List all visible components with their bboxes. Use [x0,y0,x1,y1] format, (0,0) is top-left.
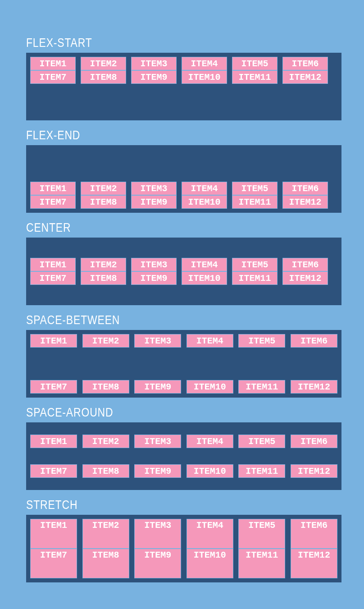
flex-item: ITEM7 [30,380,77,394]
flex-item: ITEM8 [82,549,129,578]
flex-item: ITEM4 [182,57,227,70]
flex-item: ITEM6 [291,334,337,348]
flex-item: ITEM1 [30,57,76,70]
flex-item: ITEM1 [30,519,77,549]
flex-item: ITEM7 [30,549,77,578]
flex-item: ITEM1 [30,258,76,271]
flex-item: ITEM4 [187,435,233,448]
flex-item: ITEM9 [134,380,181,394]
flex-container-stretch: ITEM1 ITEM2 ITEM3 ITEM4 ITEM5 ITEM6 ITEM… [26,515,341,582]
section-title: STRETCH [26,498,294,512]
section-center: CENTER ITEM1 ITEM2 ITEM3 ITEM4 ITEM5 ITE… [26,221,341,305]
flex-container-center: ITEM1 ITEM2 ITEM3 ITEM4 ITEM5 ITEM6 ITEM… [26,238,341,305]
flex-item: ITEM6 [282,182,328,195]
flex-item: ITEM9 [131,70,177,84]
flex-item: ITEM11 [238,549,285,578]
flex-item: ITEM3 [131,57,177,70]
flex-item: ITEM5 [232,258,278,271]
flex-item: ITEM11 [238,380,285,394]
flex-item: ITEM4 [187,519,233,549]
flex-item: ITEM2 [82,519,129,549]
flex-item: ITEM5 [232,57,278,70]
flex-item: ITEM5 [238,519,285,549]
flex-item: ITEM8 [81,195,126,209]
flex-item: ITEM10 [187,464,233,478]
flex-container-space-between: ITEM1 ITEM2 ITEM3 ITEM4 ITEM5 ITEM6 ITEM… [26,330,341,398]
flex-item: ITEM1 [30,334,77,348]
flex-item: ITEM2 [82,435,129,448]
flex-item: ITEM1 [30,182,76,195]
flex-item: ITEM8 [81,70,126,84]
section-title: FLEX-START [26,36,294,50]
flex-item: ITEM6 [291,519,337,549]
flex-item: ITEM4 [182,258,227,271]
section-flex-start: FLEX-START ITEM1 ITEM2 ITEM3 ITEM4 ITEM5… [26,36,341,120]
flex-item: ITEM10 [182,195,227,209]
flex-item: ITEM1 [30,435,77,448]
flex-item: ITEM7 [30,195,76,209]
flex-item: ITEM12 [291,549,337,578]
flex-container-flex-start: ITEM1 ITEM2 ITEM3 ITEM4 ITEM5 ITEM6 ITEM… [26,53,341,120]
flex-item: ITEM9 [131,271,177,285]
flex-item: ITEM6 [282,57,328,70]
flex-item: ITEM5 [232,182,278,195]
flex-item: ITEM5 [238,435,285,448]
flex-item: ITEM6 [291,435,337,448]
flex-item: ITEM5 [238,334,285,348]
flex-container-space-around: ITEM1 ITEM2 ITEM3 ITEM4 ITEM5 ITEM6 ITEM… [26,422,341,490]
section-stretch: STRETCH ITEM1 ITEM2 ITEM3 ITEM4 ITEM5 IT… [26,498,341,582]
section-title: CENTER [26,221,294,235]
flex-item: ITEM12 [291,380,337,394]
flex-item: ITEM3 [134,334,181,348]
flex-item: ITEM11 [232,271,278,285]
flex-item: ITEM10 [187,380,233,394]
flex-item: ITEM4 [182,182,227,195]
flex-item: ITEM7 [30,70,76,84]
flex-item: ITEM11 [238,464,285,478]
section-title: SPACE-AROUND [26,406,294,420]
flex-item: ITEM11 [232,195,278,209]
flex-item: ITEM8 [81,271,126,285]
flex-item: ITEM2 [81,258,126,271]
section-title: SPACE-BETWEEN [26,313,294,327]
flex-item: ITEM12 [282,271,328,285]
flex-item: ITEM9 [134,464,181,478]
flex-container-flex-end: ITEM1 ITEM2 ITEM3 ITEM4 ITEM5 ITEM6 ITEM… [26,145,341,213]
flex-item: ITEM10 [187,549,233,578]
flex-item: ITEM8 [82,464,129,478]
flex-item: ITEM10 [182,271,227,285]
flex-item: ITEM3 [134,519,181,549]
flex-item: ITEM10 [182,70,227,84]
flex-item: ITEM6 [282,258,328,271]
section-space-between: SPACE-BETWEEN ITEM1 ITEM2 ITEM3 ITEM4 IT… [26,313,341,398]
section-space-around: SPACE-AROUND ITEM1 ITEM2 ITEM3 ITEM4 ITE… [26,406,341,490]
flex-item: ITEM9 [134,549,181,578]
flex-item: ITEM8 [82,380,129,394]
flex-item: ITEM12 [282,195,328,209]
section-flex-end: FLEX-END ITEM1 ITEM2 ITEM3 ITEM4 ITEM5 I… [26,128,341,213]
flex-item: ITEM12 [291,464,337,478]
flex-item: ITEM7 [30,271,76,285]
section-title: FLEX-END [26,128,294,142]
flex-item: ITEM3 [134,435,181,448]
flex-item: ITEM9 [131,195,177,209]
flex-item: ITEM2 [82,334,129,348]
flex-item: ITEM3 [131,258,177,271]
flex-item: ITEM4 [187,334,233,348]
flex-item: ITEM2 [81,57,126,70]
flex-item: ITEM12 [282,70,328,84]
flex-item: ITEM7 [30,464,77,478]
flex-item: ITEM3 [131,182,177,195]
flex-item: ITEM11 [232,70,278,84]
flex-item: ITEM2 [81,182,126,195]
